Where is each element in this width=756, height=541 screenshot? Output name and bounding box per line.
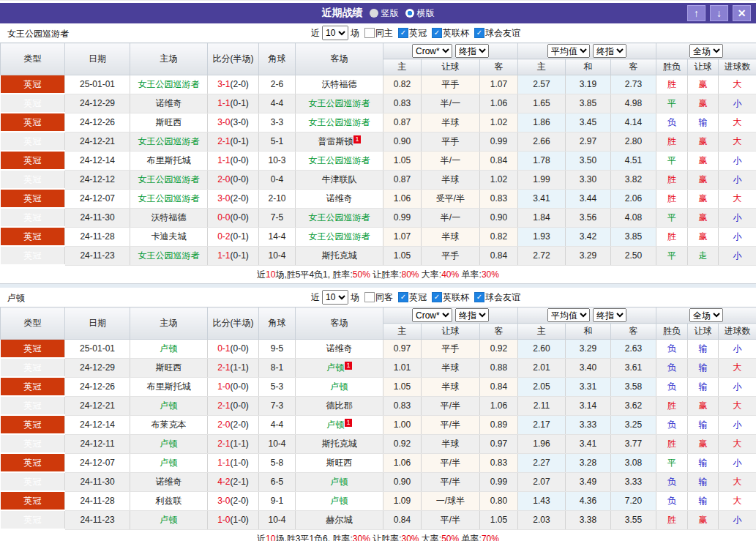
match-result-cell: 平 — [656, 208, 688, 227]
odds-company-select[interactable]: Crow* — [412, 308, 452, 322]
league-filter-label: 英联杯 — [443, 27, 469, 40]
radio-horizontal-layout[interactable]: 横版 — [405, 7, 435, 20]
league-filter-checkbox[interactable]: ✓ — [432, 28, 442, 38]
result-text: 负 — [667, 362, 676, 373]
score-cell: 2-0(2-0) — [208, 415, 259, 434]
full-time-score: 3-1 — [217, 79, 230, 89]
odds-handicap-cell: 半球 — [422, 227, 480, 246]
team-name: 布里斯托城 — [147, 155, 191, 165]
team-name: 诺维奇 — [156, 477, 182, 487]
score-cell: 1-1(0-0) — [208, 151, 259, 170]
summary-segment: 让胜率: — [370, 534, 402, 541]
home-team-cell: 斯旺西 — [130, 358, 208, 377]
goals-result-cell: 大 — [719, 491, 756, 510]
league-filter-checkbox[interactable]: ✓ — [398, 292, 408, 302]
filter-games-label: 场 — [351, 291, 359, 304]
handicap-result-cell: 赢 — [688, 132, 719, 151]
home-team-cell: 诺维奇 — [130, 94, 208, 113]
handicap-result-cell: 赢 — [688, 75, 719, 94]
result-text: 胜 — [667, 515, 676, 525]
filter-near-label: 近 — [311, 27, 320, 40]
close-button[interactable]: ✕ — [733, 5, 751, 21]
column-header-4: 角球 — [259, 43, 296, 75]
avg-source-select[interactable]: 平均值 — [547, 44, 590, 58]
home-team-cell: 布莱克本 — [130, 415, 208, 434]
match-count-select[interactable]: 10 — [322, 290, 348, 305]
result-sub-header: 胜负 — [656, 324, 688, 340]
league-filter-checkbox[interactable]: ✓ — [474, 28, 484, 38]
result-text: 赢 — [699, 79, 708, 89]
result-text: 输 — [699, 458, 708, 468]
handicap-result-cell: 输 — [688, 472, 719, 491]
result-text: 平 — [667, 212, 676, 223]
avg-away-cell: 3.25 — [611, 415, 656, 434]
corner-cell: 7-3 — [259, 396, 296, 415]
goals-result-cell: 小 — [719, 340, 756, 359]
result-text: 输 — [699, 477, 708, 487]
handicap-result-cell: 输 — [688, 358, 719, 377]
league-filter-checkbox[interactable]: ✓ — [432, 292, 442, 302]
match-result-cell: 胜 — [656, 227, 688, 246]
result-text: 大 — [733, 477, 742, 487]
avg-draw-cell: 3.19 — [566, 75, 611, 94]
date-cell: 25-01-01 — [65, 75, 130, 94]
odds-handicap-cell: 半/一 — [422, 94, 480, 113]
avg-home-cell: 2.01 — [518, 358, 566, 377]
match-result-cell: 负 — [656, 415, 688, 434]
same-venue-checkbox[interactable] — [364, 28, 375, 38]
odds-stage-select[interactable]: 终指 — [455, 44, 489, 58]
result-text: 输 — [699, 496, 708, 506]
avg-stage-select[interactable]: 终指 — [593, 308, 626, 322]
avg-draw-cell: 3.42 — [566, 227, 611, 246]
result-text: 胜 — [667, 231, 676, 242]
result-text: 小 — [733, 98, 742, 108]
odds-stage-select[interactable]: 终指 — [455, 308, 489, 322]
avg-home-cell: 1.86 — [518, 113, 566, 132]
move-up-button[interactable]: ↑ — [687, 5, 706, 21]
score-cell: 2-0(0-0) — [208, 170, 259, 189]
match-count-select[interactable]: 10 — [322, 26, 348, 40]
odds-away-cell: 1.06 — [480, 396, 518, 415]
same-venue-checkbox[interactable] — [364, 292, 375, 302]
avg-source-select[interactable]: 平均值 — [547, 308, 590, 322]
sections-container: 女王公园巡游者近10场同主✓英冠✓英联杯✓球会友谊类型日期主场比分(半场)角球客… — [0, 23, 756, 541]
result-text: 胜 — [667, 79, 676, 89]
league-filter-checkbox[interactable]: ✓ — [398, 28, 408, 38]
team-name: 卢顿 — [160, 343, 178, 354]
odds-away-cell: 1.02 — [480, 170, 518, 189]
table-row: 英冠25-01-01女王公园巡游者3-1(2-0)2-6沃特福德0.82平手1.… — [1, 75, 756, 94]
match-result-cell: 胜 — [656, 132, 688, 151]
average-group: 平均值终指 — [518, 43, 656, 59]
match-result-cell: 胜 — [656, 189, 688, 208]
move-down-button[interactable]: ↓ — [710, 5, 728, 21]
result-text: 大 — [733, 193, 742, 204]
avg-stage-select[interactable]: 终指 — [593, 44, 626, 58]
team-name: 卢顿 — [326, 419, 344, 430]
full-time-score: 2-1 — [217, 400, 230, 411]
match-result-cell: 胜 — [656, 510, 688, 529]
avg-away-cell: 3.85 — [611, 227, 656, 246]
team-name: 斯托克城 — [322, 250, 357, 261]
league-filter-checkbox[interactable]: ✓ — [474, 292, 484, 302]
scope-select[interactable]: 全场 — [689, 44, 723, 58]
odds-home-cell: 0.83 — [383, 396, 422, 415]
full-time-score: 0-1 — [217, 343, 230, 354]
table-row: 英冠24-12-26布里斯托城1-0(0-0)5-3卢顿1.05半球0.842.… — [1, 377, 756, 396]
half-time-score: (2-0) — [231, 496, 249, 506]
odds-handicap-cell: 平/半 — [422, 396, 480, 415]
odds-home-cell: 1.09 — [383, 491, 422, 510]
half-time-score: (1-1) — [231, 439, 249, 449]
goals-result-cell: 小 — [719, 208, 756, 227]
home-team-cell: 女王公园巡游者 — [130, 170, 208, 189]
half-time-score: (0-0) — [231, 155, 249, 165]
full-time-score: 1-1 — [217, 250, 230, 261]
radio-vertical-layout[interactable]: 竖版 — [370, 7, 399, 20]
home-team-cell: 诺维奇 — [130, 472, 208, 491]
odds-handicap-cell: 一/球半 — [422, 491, 480, 510]
odds-company-select[interactable]: Crow* — [412, 44, 452, 58]
result-text: 胜 — [667, 400, 676, 411]
half-time-score: (2-0) — [231, 79, 249, 89]
avg-draw-cell: 3.38 — [566, 510, 611, 529]
scope-select[interactable]: 全场 — [689, 308, 723, 322]
away-team-cell: 斯旺西 — [296, 453, 383, 472]
